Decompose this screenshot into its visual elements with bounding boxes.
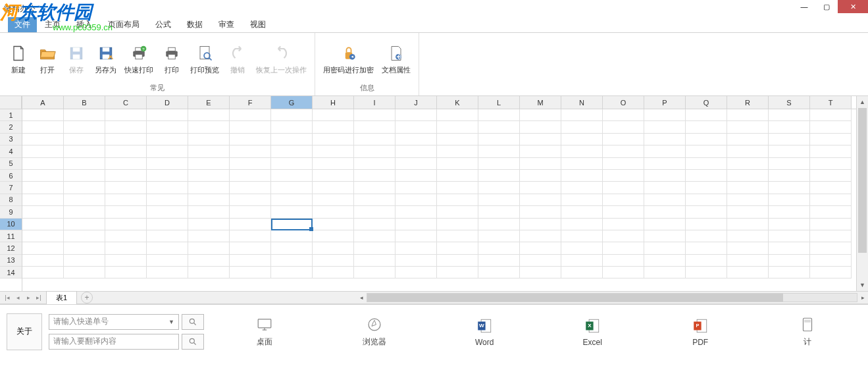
cell[interactable] xyxy=(313,170,354,182)
cell[interactable] xyxy=(520,219,561,230)
cell[interactable] xyxy=(769,158,810,170)
cell[interactable] xyxy=(478,134,520,145)
cell[interactable] xyxy=(64,267,105,278)
cell[interactable] xyxy=(769,121,810,133)
cell[interactable] xyxy=(810,145,852,157)
column-header[interactable]: K xyxy=(437,96,478,109)
cell[interactable] xyxy=(478,145,520,157)
cell[interactable] xyxy=(727,206,769,218)
cell[interactable] xyxy=(396,170,437,182)
row-header[interactable]: 6 xyxy=(0,170,22,182)
cell[interactable] xyxy=(478,267,520,278)
cell[interactable] xyxy=(603,219,644,230)
row-header[interactable]: 11 xyxy=(0,230,22,242)
column-header[interactable]: O xyxy=(603,96,644,109)
row-header[interactable]: 5 xyxy=(0,158,22,170)
cell[interactable] xyxy=(603,158,644,170)
tab-2[interactable]: 页面布局 xyxy=(100,17,147,32)
cell[interactable] xyxy=(686,267,727,278)
cell[interactable] xyxy=(437,230,478,242)
cell[interactable] xyxy=(22,206,64,218)
cell[interactable] xyxy=(147,206,188,218)
cell[interactable] xyxy=(230,182,271,194)
cell[interactable] xyxy=(64,170,105,182)
cell[interactable] xyxy=(230,134,271,145)
cell[interactable] xyxy=(147,121,188,133)
column-header[interactable]: E xyxy=(188,96,230,109)
cell[interactable] xyxy=(64,145,105,157)
cell[interactable] xyxy=(561,219,603,230)
about-button[interactable]: 关于 xyxy=(7,313,42,350)
cell[interactable] xyxy=(230,206,271,218)
cell[interactable] xyxy=(686,230,727,242)
cell[interactable] xyxy=(437,134,478,145)
cell[interactable] xyxy=(437,206,478,218)
cell[interactable] xyxy=(561,194,603,206)
cell[interactable] xyxy=(230,194,271,206)
cell[interactable] xyxy=(396,230,437,242)
cell[interactable] xyxy=(188,145,230,157)
column-header[interactable]: N xyxy=(561,96,603,109)
row-header[interactable]: 1 xyxy=(0,109,22,121)
cell[interactable] xyxy=(354,242,396,254)
cell[interactable] xyxy=(727,170,769,182)
cell[interactable] xyxy=(810,121,852,133)
cell[interactable] xyxy=(686,109,727,121)
cell[interactable] xyxy=(603,242,644,254)
cell[interactable] xyxy=(727,267,769,278)
cell[interactable] xyxy=(22,182,64,194)
open-button[interactable]: 打开 xyxy=(33,41,62,76)
cell[interactable] xyxy=(313,255,354,267)
cell[interactable] xyxy=(686,170,727,182)
cell[interactable] xyxy=(520,134,561,145)
cell[interactable] xyxy=(810,170,852,182)
launcher-desktop[interactable]: 桌面 xyxy=(255,315,274,348)
close-button[interactable]: ✕ xyxy=(838,0,868,13)
column-header[interactable]: M xyxy=(520,96,561,109)
cell[interactable] xyxy=(188,121,230,133)
cell[interactable] xyxy=(188,158,230,170)
cell[interactable] xyxy=(727,182,769,194)
cell[interactable] xyxy=(810,267,852,278)
cell[interactable] xyxy=(603,170,644,182)
cell[interactable] xyxy=(271,230,313,242)
minimize-button[interactable]: — xyxy=(793,0,815,13)
cell[interactable] xyxy=(437,219,478,230)
cell[interactable] xyxy=(810,206,852,218)
column-header[interactable]: J xyxy=(396,96,437,109)
cell[interactable] xyxy=(644,242,686,254)
cell[interactable] xyxy=(769,194,810,206)
cell[interactable] xyxy=(396,267,437,278)
cell[interactable] xyxy=(686,194,727,206)
cell[interactable] xyxy=(478,206,520,218)
column-header[interactable]: H xyxy=(313,96,354,109)
select-all-corner[interactable] xyxy=(0,96,22,109)
cell[interactable] xyxy=(727,242,769,254)
cell[interactable] xyxy=(561,109,603,121)
cell[interactable] xyxy=(769,145,810,157)
cell[interactable] xyxy=(561,230,603,242)
cell[interactable] xyxy=(188,230,230,242)
cell[interactable] xyxy=(478,182,520,194)
cell[interactable] xyxy=(22,219,64,230)
cell[interactable] xyxy=(313,121,354,133)
cell[interactable] xyxy=(437,121,478,133)
cell[interactable] xyxy=(147,158,188,170)
cells[interactable] xyxy=(22,109,856,278)
cell[interactable] xyxy=(354,145,396,157)
scroll-right-button[interactable]: ▸ xyxy=(857,294,868,301)
grid[interactable]: ABCDEFGHIJKLMNOPQRST xyxy=(22,96,856,291)
row-header[interactable]: 7 xyxy=(0,182,22,194)
sheet-prev-button[interactable]: ◂ xyxy=(13,294,22,301)
cell[interactable] xyxy=(478,109,520,121)
cell[interactable] xyxy=(644,109,686,121)
cell[interactable] xyxy=(354,121,396,133)
sheet-tab[interactable]: 表1 xyxy=(46,291,77,304)
row-header[interactable]: 9 xyxy=(0,206,22,218)
row-header[interactable]: 12 xyxy=(0,242,22,254)
cell[interactable] xyxy=(22,134,64,145)
cell[interactable] xyxy=(188,194,230,206)
cell[interactable] xyxy=(271,255,313,267)
cell[interactable] xyxy=(520,182,561,194)
column-header[interactable]: D xyxy=(147,96,188,109)
